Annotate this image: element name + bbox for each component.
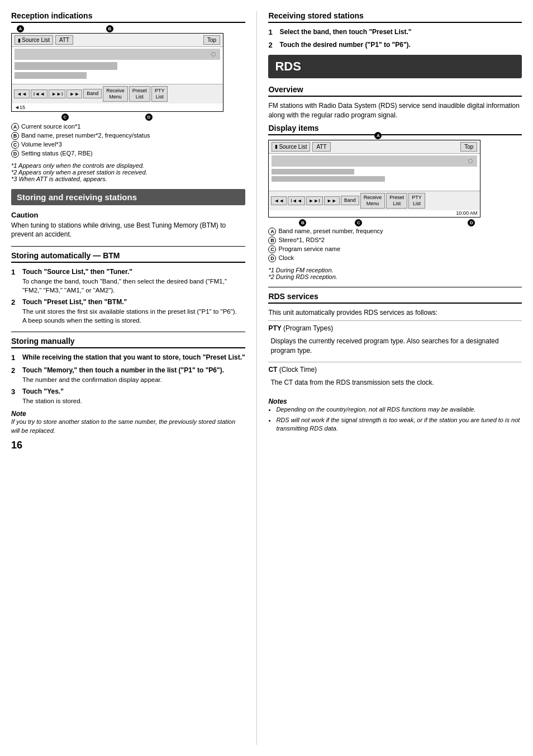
radio-display-left: ▮ Source List ATT Top ◄◄ I◄◄ ►►I [11,33,223,112]
rds-notes: Notes Depending on the country/region, n… [268,398,522,433]
ct-desc: The CT data from the RDS transmission se… [268,378,522,388]
receiving-title: Receiving stored stations [268,11,522,23]
manual-note: Note If you try to store another station… [11,410,245,435]
dlabel-b: B Stereo*1, RDS*2 [268,237,522,244]
label-c: C Volume level*3 [11,141,245,149]
note-label: Note [11,410,26,418]
caution-title: Caution [11,211,245,219]
next-next-btn: ►► [66,89,82,98]
manual-title: Storing manually [11,337,245,348]
ann-d-icon: D [145,114,153,121]
ann-b-icon: B [106,25,113,32]
label-d: D Setting status (EQ7, RBE) [11,150,245,158]
note-text: If you try to store another station to t… [11,418,245,435]
label-a-circle: A [11,123,19,131]
band-btn: Band [83,89,102,98]
manual-step3-desc: The station is stored. [22,396,245,405]
dlabel-a-circle: A [268,228,276,235]
right-receive-menu-btn: ReceiveMenu [360,193,386,209]
source-icon: ▮ [18,37,21,43]
prev-prev-btn: ◄◄ [14,89,30,98]
right-pty-list-btn: PTYList [408,193,425,209]
btm-step-2: 2 Touch "Preset List," then "BTM." The u… [11,297,245,325]
volume-marker: ◄15 [12,103,223,111]
rds-note-2: RDS will not work if the signal strength… [276,416,522,433]
ann-c-icon: C [61,114,69,121]
ann-ra-icon: A [374,132,382,139]
time-label: 10:00 AM [269,210,480,217]
source-list-btn: ▮ Source List [15,35,53,45]
receiving-steps: 1 Select the band, then touch "Preset Li… [268,27,522,50]
radio-display-right: ▮ Source List ATT Top ◄◄ I◄◄ ►►I [268,140,480,218]
right-circle-knob [468,159,473,163]
btm-step-1: 1 Touch "Source List," then "Tuner." To … [11,267,245,295]
storing-banner: Storing and receiving stations [11,189,245,205]
ann-rb-icon: B [299,219,306,226]
right-source-list-btn: ▮ Source List [272,142,310,152]
right-band-btn: Band [341,196,359,205]
footnote-att: *3 When ATT is activated, appears. [11,176,245,182]
pty-desc: Displays the currently received program … [268,337,522,356]
right-prev-btn: I◄◄ [288,196,304,205]
radio-controls: ◄◄ I◄◄ ►►I ►► Band ReceiveMenu PresetLis… [12,84,223,103]
label-b: B Band name, preset number*2, frequency/… [11,132,245,140]
display-items-title: Display items [268,124,522,135]
rds-services-intro: This unit automatically provides RDS ser… [268,308,522,318]
dlabel-b-circle: B [268,237,276,244]
divider-1 [11,246,245,247]
reception-title: Reception indications [11,11,245,23]
radio-top-bar: ▮ Source List ATT Top [12,34,223,47]
dlabel-d-circle: D [268,254,276,262]
reception-diagram: A B ▮ Source List ATT Top [11,33,229,112]
btm-step2-title: Touch "Preset List," then "BTM." [22,297,245,307]
top-btn: Top [203,35,220,45]
right-column: Receiving stored stations 1 Select the b… [257,11,522,745]
ct-key: CT [268,366,277,374]
manual-step2-desc: The number and the confirmation display … [22,375,245,384]
circle-knob-top [211,52,216,56]
pty-expansion: (Program Types) [283,324,333,332]
dlabel-c-circle: C [268,245,276,253]
receive-menu-btn: ReceiveMenu [103,86,128,102]
receiving-step2-title: Touch the desired number ("P1" to "P6"). [279,40,522,50]
rds-service-pty: PTY (Program Types) Displays the current… [268,320,522,361]
divider-rds [268,287,522,287]
manual-step-2: 2 Touch "Memory," then touch a number in… [11,366,245,384]
att-btn: ATT [55,35,73,45]
ct-row: CT (Clock Time) [268,365,522,375]
btm-step1-desc: To change the band, touch "Band," then s… [22,277,245,295]
label-b-circle: B [11,132,19,140]
pty-list-btn: PTYList [151,86,168,102]
ann-a-icon: A [17,25,24,32]
right-next-next-btn: ►► [324,196,340,205]
label-c-circle: C [11,141,19,149]
manual-steps: 1 While receiving the station that you w… [11,353,245,405]
right-top-btn: Top [460,142,477,152]
btm-step2-desc: The unit stores the first six available … [22,307,245,325]
rds-notes-list: Depending on the country/region, not all… [268,405,522,433]
ann-rc-icon: C [355,219,362,226]
rds-services-title: RDS services [268,292,522,304]
dlabel-c: C Program service name [268,245,522,253]
reception-labels: A Current source icon*1 B Band name, pre… [11,123,245,158]
dlabel-a: A Band name, preset number, frequency [268,228,522,235]
right-preset-list-btn: PresetList [386,193,407,209]
right-prev-prev-btn: ◄◄ [271,196,287,205]
manual-step1-title: While receiving the station that you wan… [22,353,245,362]
overview-title: Overview [268,85,522,97]
page: Reception indications A B ▮ Source List … [0,0,533,756]
divider-2 [11,332,245,332]
receiving-step-2: 2 Touch the desired number ("P1" to "P6"… [268,40,522,50]
display-footnotes: *1 During FM reception. *2 During RDS re… [268,267,522,280]
right-source-icon: ▮ [275,144,278,149]
manual-step2-title: Touch "Memory," then touch a number in t… [22,366,245,375]
preset-list-btn: PresetList [129,86,150,102]
left-column: Reception indications A B ▮ Source List … [11,11,257,745]
btm-step1-title: Touch "Source List," then "Tuner." [22,267,245,277]
right-radio-controls: ◄◄ I◄◄ ►►I ►► Band ReceiveMenu PresetLis… [269,191,480,210]
right-att-btn: ATT [312,142,330,152]
display-diagram: A ▮ Source List ATT Top [268,140,486,218]
rds-service-ct: CT (Clock Time) The CT data from the RDS… [268,362,522,394]
manual-step3-title: Touch "Yes." [22,387,245,396]
next-btn: ►►I [49,89,65,98]
